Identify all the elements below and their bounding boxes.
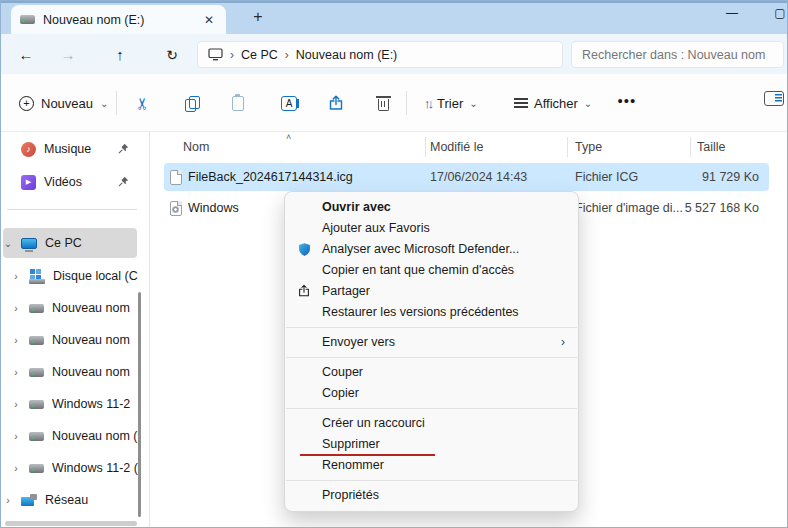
view-button-label: Afficher bbox=[534, 96, 578, 111]
sidebar-item-nouveau-nom-1[interactable]: › Nouveau nom bbox=[3, 294, 137, 322]
forward-button[interactable]: → bbox=[53, 42, 83, 68]
new-tab-button[interactable]: + bbox=[247, 8, 269, 26]
drive-icon bbox=[29, 368, 44, 377]
refresh-button[interactable]: ↻ bbox=[157, 42, 187, 68]
column-header-type[interactable]: Type bbox=[575, 140, 602, 154]
maximize-button[interactable]: ▢ bbox=[763, 3, 788, 25]
menu-separator bbox=[286, 480, 577, 481]
sidebar-item-nouveau-nom-2[interactable]: › Nouveau nom bbox=[3, 326, 137, 354]
view-button[interactable]: Afficher ⌄ bbox=[506, 88, 600, 118]
more-options-button[interactable]: ••• bbox=[611, 88, 643, 118]
sidebar-item-label: Musique bbox=[44, 142, 91, 156]
toolbar-divider bbox=[116, 91, 117, 115]
chevron-collapsed-icon[interactable]: › bbox=[11, 431, 21, 442]
minimize-button[interactable]: — bbox=[715, 3, 749, 25]
sidebar-item-reseau[interactable]: › Réseau bbox=[3, 486, 137, 514]
menu-item-envoyer-vers[interactable]: Envoyer vers › bbox=[285, 332, 578, 353]
column-divider[interactable] bbox=[690, 137, 691, 157]
sidebar-item-windows-11-2b[interactable]: › Windows 11-2 ( bbox=[3, 454, 137, 482]
sidebar-item-disque-local-c[interactable]: › Disque local (C bbox=[3, 262, 137, 290]
menu-item-analyser-defender[interactable]: Analyser avec Microsoft Defender... bbox=[285, 239, 578, 260]
file-name: Windows bbox=[188, 194, 239, 222]
delete-button[interactable] bbox=[369, 89, 397, 117]
file-row-fileback[interactable]: FileBack_2024617144314.icg 17/06/2024 14… bbox=[164, 163, 769, 191]
details-pane-icon[interactable] bbox=[764, 91, 784, 106]
menu-item-ouvrir-avec[interactable]: Ouvrir avec bbox=[285, 197, 578, 218]
share-button[interactable] bbox=[322, 89, 350, 117]
menu-item-partager[interactable]: Partager bbox=[285, 281, 578, 302]
column-header-modifie[interactable]: Modifié le bbox=[430, 140, 484, 154]
file-icon bbox=[170, 170, 182, 185]
chevron-collapsed-icon[interactable]: › bbox=[11, 367, 21, 378]
column-header-nom[interactable]: Nom bbox=[183, 140, 209, 154]
menu-item-supprimer[interactable]: Supprimer bbox=[285, 434, 578, 455]
menu-item-couper[interactable]: Couper bbox=[285, 362, 578, 383]
menu-item-creer-raccourci[interactable]: Créer un raccourci bbox=[285, 413, 578, 434]
chevron-down-icon: ⌄ bbox=[100, 98, 108, 109]
active-tab[interactable]: Nouveau nom (E:) ✕ bbox=[11, 5, 226, 34]
submenu-arrow-icon: › bbox=[561, 332, 565, 353]
sidebar-item-label: Disque local (C bbox=[53, 269, 138, 283]
sidebar-item-label: Windows 11-2 ( bbox=[52, 461, 138, 475]
disc-image-icon bbox=[170, 201, 182, 216]
chevron-expanded-icon[interactable]: ⌄ bbox=[3, 238, 13, 249]
menu-item-restaurer-versions[interactable]: Restaurer les versions précédentes bbox=[285, 302, 578, 323]
sidebar-item-label: Nouveau nom bbox=[52, 333, 130, 347]
search-input[interactable] bbox=[572, 42, 783, 67]
sidebar-item-ce-pc[interactable]: ⌄ Ce PC bbox=[3, 228, 137, 258]
new-button[interactable]: + Nouveau ⌄ bbox=[9, 88, 118, 118]
sidebar-horizontal-scrollbar[interactable] bbox=[5, 521, 137, 526]
drive-icon bbox=[29, 304, 44, 313]
tab-close-icon[interactable]: ✕ bbox=[201, 13, 217, 27]
file-explorer-window: Nouveau nom (E:) ✕ + — ▢ ← → ↑ ↻ › Ce PC… bbox=[0, 0, 788, 528]
back-button[interactable]: ← bbox=[11, 42, 41, 68]
copy-button[interactable] bbox=[177, 89, 205, 117]
cut-button[interactable]: ✂ bbox=[129, 89, 157, 117]
sort-arrows-icon: ↑↓ bbox=[424, 96, 431, 111]
column-divider[interactable] bbox=[425, 137, 426, 157]
sidebar-item-label: Ce PC bbox=[45, 236, 82, 250]
sidebar-item-windows-11-2[interactable]: › Windows 11-2 bbox=[3, 390, 137, 418]
menu-item-renommer[interactable]: Renommer bbox=[285, 455, 578, 476]
column-divider[interactable] bbox=[567, 137, 568, 157]
share-icon bbox=[328, 95, 345, 111]
sidebar-item-nouveau-nom-3[interactable]: › Nouveau nom bbox=[3, 358, 137, 386]
computer-icon bbox=[21, 238, 37, 249]
drive-icon bbox=[29, 432, 44, 441]
trash-icon bbox=[378, 99, 389, 111]
breadcrumb-item-drive[interactable]: Nouveau nom (E:) bbox=[296, 48, 397, 62]
menu-item-ajouter-aux-favoris[interactable]: Ajouter aux Favoris bbox=[285, 218, 578, 239]
breadcrumb-item-ce-pc[interactable]: Ce PC bbox=[241, 48, 278, 62]
chevron-collapsed-icon[interactable]: › bbox=[11, 335, 21, 346]
sidebar-item-nouveau-nom-4[interactable]: › Nouveau nom ( bbox=[3, 422, 137, 450]
drive-icon bbox=[29, 464, 44, 473]
breadcrumb-separator: › bbox=[285, 48, 289, 62]
sidebar-item-label: Windows 11-2 bbox=[52, 397, 130, 411]
share-icon bbox=[297, 284, 311, 298]
view-lines-icon bbox=[514, 98, 528, 108]
paste-button-disabled[interactable] bbox=[224, 89, 252, 117]
chevron-collapsed-icon[interactable]: › bbox=[11, 303, 21, 314]
menu-item-proprietes[interactable]: Propriétés bbox=[285, 485, 578, 506]
menu-separator bbox=[286, 327, 577, 328]
sidebar-item-videos[interactable]: ▶ Vidéos bbox=[3, 168, 137, 196]
menu-item-copier[interactable]: Copier bbox=[285, 383, 578, 404]
file-size: 91 729 Ko bbox=[702, 163, 759, 191]
chevron-collapsed-icon[interactable]: › bbox=[11, 463, 21, 474]
sidebar-item-musique[interactable]: ♪ Musique bbox=[3, 135, 137, 163]
column-header-taille[interactable]: Taille bbox=[697, 140, 726, 154]
file-modified: 17/06/2024 14:43 bbox=[430, 163, 527, 191]
chevron-collapsed-icon[interactable]: › bbox=[11, 271, 21, 282]
network-icon bbox=[21, 494, 37, 507]
command-bar: + Nouveau ⌄ ✂ A ↑↓ Trier ⌄ bbox=[1, 74, 787, 132]
toolbar-divider bbox=[406, 91, 407, 115]
up-button[interactable]: ↑ bbox=[105, 42, 135, 68]
menu-item-copier-chemin[interactable]: Copier en tant que chemin d'accès bbox=[285, 260, 578, 281]
chevron-collapsed-icon[interactable]: › bbox=[3, 495, 13, 506]
sidebar-vertical-scrollbar[interactable] bbox=[138, 292, 141, 517]
rename-button[interactable]: A bbox=[275, 89, 303, 117]
chevron-collapsed-icon[interactable]: › bbox=[11, 399, 21, 410]
sort-button[interactable]: ↑↓ Trier ⌄ bbox=[416, 88, 486, 118]
breadcrumb[interactable]: › Ce PC › Nouveau nom (E:) bbox=[197, 41, 563, 68]
this-pc-icon bbox=[208, 48, 223, 61]
